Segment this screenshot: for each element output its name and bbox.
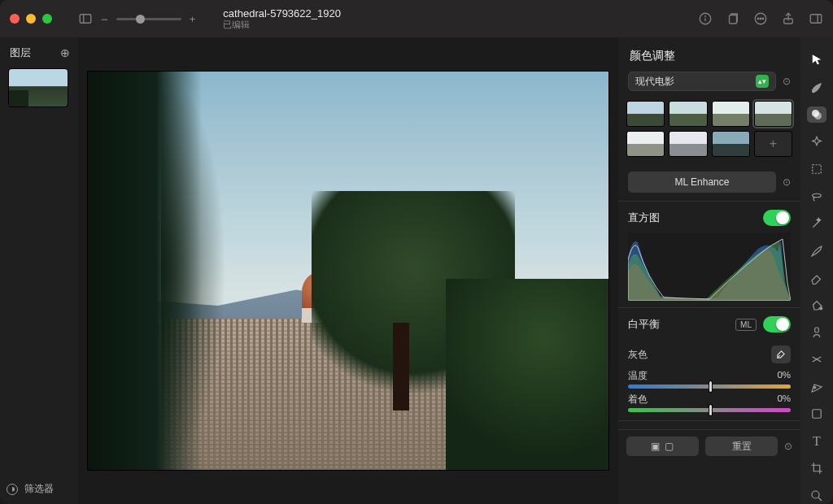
color-adjustments-panel: 颜色调整 现代电影 ▴▾ ⊙ + ML Enhance ⊙ 直方图: [618, 37, 800, 504]
image-preview: [88, 72, 608, 470]
white-balance-label: 白平衡: [628, 317, 660, 332]
histogram-display: [628, 232, 791, 301]
tint-value: 0%: [777, 393, 791, 406]
preset-thumb[interactable]: [669, 131, 707, 157]
more-icon[interactable]: [753, 11, 768, 26]
temperature-label: 温度: [628, 370, 648, 382]
lasso-tool-icon[interactable]: [807, 188, 826, 204]
ml-more-icon[interactable]: ⊙: [783, 176, 791, 188]
histogram-label: 直方图: [628, 211, 660, 225]
arrow-tool-icon[interactable]: [807, 52, 826, 68]
shape-tool-icon[interactable]: [807, 406, 826, 422]
text-tool-icon[interactable]: T: [807, 433, 826, 450]
filters-icon: [7, 484, 18, 495]
temperature-slider[interactable]: [628, 385, 791, 389]
temperature-value: 0%: [777, 370, 791, 382]
pen-tool-icon[interactable]: [807, 379, 826, 395]
document-status: 已编辑: [223, 20, 341, 30]
svg-point-18: [814, 386, 816, 388]
layer-thumbnail[interactable]: [8, 68, 68, 107]
canvas-area[interactable]: [78, 37, 618, 504]
bottom-more-icon[interactable]: ⊙: [784, 437, 792, 456]
filters-label: 筛选器: [24, 482, 54, 496]
svg-point-4: [705, 16, 706, 17]
svg-point-8: [760, 18, 761, 20]
preset-more-icon[interactable]: ⊙: [783, 76, 791, 87]
svg-point-14: [814, 112, 822, 119]
preset-thumb[interactable]: [626, 131, 665, 157]
eraser-tool-icon[interactable]: [807, 270, 826, 286]
fill-tool-icon[interactable]: [807, 297, 826, 313]
tint-label: 着色: [628, 393, 648, 406]
filters-button[interactable]: 筛选器: [0, 474, 78, 504]
panel-toggle-icon[interactable]: [809, 11, 823, 26]
preset-stepper-icon: ▴▾: [756, 75, 769, 88]
document-title-block: cathedral-5793622_1920 已编辑: [223, 7, 341, 31]
svg-point-16: [820, 307, 822, 310]
preset-dropdown[interactable]: 现代电影 ▴▾: [628, 72, 776, 91]
preset-name: 现代电影: [635, 75, 674, 89]
inspector-title: 颜色调整: [618, 37, 800, 72]
compare-split-button[interactable]: ▣ ▢: [626, 437, 699, 456]
svg-rect-5: [730, 15, 737, 24]
info-icon[interactable]: [698, 11, 713, 26]
svg-point-7: [757, 18, 759, 20]
warp-tool-icon[interactable]: [807, 351, 826, 367]
svg-rect-15: [813, 165, 822, 174]
zoom-out-icon[interactable]: −: [101, 12, 108, 26]
zoom-tool-icon[interactable]: [807, 488, 826, 504]
duplicate-icon[interactable]: [726, 11, 740, 26]
preset-thumbnails: +: [618, 98, 800, 160]
window-controls: [10, 14, 52, 24]
gray-label: 灰色: [628, 348, 648, 362]
zoom-in-icon[interactable]: +: [190, 13, 196, 25]
layers-panel: 图层 ⊕ 筛选器: [0, 37, 78, 504]
eyedropper-button[interactable]: [771, 345, 791, 363]
paint-tool-icon[interactable]: [807, 79, 826, 95]
clone-tool-icon[interactable]: [807, 324, 826, 341]
preset-thumb[interactable]: [712, 131, 750, 157]
svg-rect-0: [80, 15, 91, 24]
share-icon[interactable]: [781, 11, 796, 26]
svg-rect-11: [810, 15, 822, 24]
svg-point-20: [812, 491, 819, 498]
titlebar: − + cathedral-5793622_1920 已编辑: [0, 0, 833, 37]
zoom-slider[interactable]: [116, 18, 181, 20]
tool-strip: T: [800, 37, 833, 504]
sidebar-toggle-icon[interactable]: [78, 11, 93, 26]
add-preset-button[interactable]: +: [754, 131, 792, 157]
preset-thumb[interactable]: [754, 101, 792, 127]
white-balance-toggle[interactable]: [763, 316, 791, 332]
tint-slider[interactable]: [628, 408, 791, 412]
effects-tool-icon[interactable]: [807, 133, 826, 150]
histogram-toggle[interactable]: [763, 210, 791, 226]
add-layer-icon[interactable]: ⊕: [60, 46, 70, 59]
close-window[interactable]: [10, 14, 20, 24]
wb-ml-button[interactable]: ML: [735, 319, 757, 331]
minimize-window[interactable]: [26, 14, 36, 24]
svg-point-9: [762, 18, 764, 20]
marquee-tool-icon[interactable]: [807, 161, 826, 177]
layers-title: 图层: [10, 46, 31, 60]
preset-thumb[interactable]: [669, 101, 707, 127]
svg-rect-17: [815, 328, 819, 332]
preset-thumb[interactable]: [626, 101, 665, 127]
ml-enhance-button[interactable]: ML Enhance: [628, 172, 776, 193]
preset-thumb[interactable]: [712, 101, 750, 127]
crop-tool-icon[interactable]: [807, 460, 826, 476]
brush-tool-icon[interactable]: [807, 242, 826, 259]
reset-button[interactable]: 重置: [705, 437, 778, 456]
color-adjust-tool-icon[interactable]: [807, 106, 826, 123]
magic-wand-tool-icon[interactable]: [807, 215, 826, 232]
svg-rect-19: [813, 410, 822, 419]
document-name: cathedral-5793622_1920: [223, 7, 341, 20]
fullscreen-window[interactable]: [42, 14, 52, 24]
